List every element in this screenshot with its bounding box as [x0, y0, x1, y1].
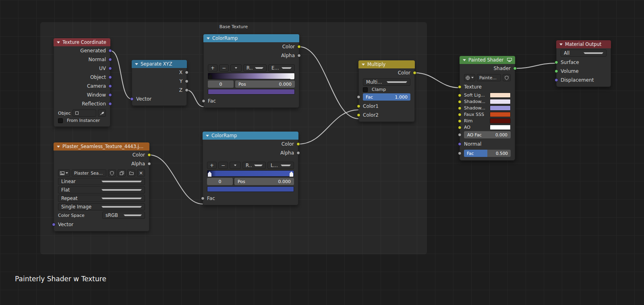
node-separate-xyz[interactable]: Separate XYZ X Y Z Vector: [132, 60, 187, 106]
stop-position-field[interactable]: Pos0.000: [235, 80, 295, 88]
stop-color-swatch[interactable]: [208, 89, 295, 95]
socket-normal-in[interactable]: [458, 142, 462, 146]
node-colorramp-top[interactable]: ColorRamp Color Alpha + − RGB Ease 0 Pos…: [203, 34, 299, 108]
ramp-options-button[interactable]: [230, 162, 241, 169]
collapse-icon[interactable]: [57, 146, 60, 148]
collapse-icon[interactable]: [57, 41, 60, 43]
image-name-field[interactable]: Plaster_Seamle..: [72, 169, 106, 177]
collapse-icon[interactable]: [207, 37, 210, 39]
rim-color-swatch[interactable]: [490, 118, 511, 124]
socket-shadow1-in[interactable]: [458, 100, 462, 103]
socket-object[interactable]: [108, 76, 112, 79]
node-header[interactable]: Separate XYZ: [132, 60, 187, 68]
collapse-icon[interactable]: [206, 135, 209, 137]
duplicate-image-button[interactable]: [118, 169, 126, 177]
image-browse-button[interactable]: [58, 169, 70, 177]
extension-dropdown[interactable]: Repeat: [58, 195, 145, 202]
node-header[interactable]: Texture Coordinate: [54, 38, 110, 46]
color-ramp-gradient[interactable]: [207, 170, 294, 177]
socket-shader-out[interactable]: [513, 67, 517, 70]
socket-surface-in[interactable]: [555, 61, 558, 64]
node-header[interactable]: Material Output: [556, 40, 611, 48]
collapse-icon[interactable]: [362, 64, 365, 66]
open-image-button[interactable]: [127, 169, 135, 177]
ao-color-swatch[interactable]: [490, 125, 511, 130]
node-header[interactable]: Multiply: [358, 60, 415, 68]
add-stop-button[interactable]: +: [208, 64, 217, 72]
collapse-icon[interactable]: [135, 63, 138, 65]
socket-y[interactable]: [185, 80, 188, 83]
fake-user-button[interactable]: [108, 169, 116, 177]
node-image-texture[interactable]: Plaster_Seamless_Texture_4443.jpg... Col…: [54, 142, 149, 231]
ramp-stop-handle-left[interactable]: [208, 171, 211, 177]
target-dropdown[interactable]: All: [561, 49, 607, 57]
stop-position-field[interactable]: Pos0.000: [234, 178, 294, 185]
socket-color2-in[interactable]: [357, 113, 360, 117]
socket-color1-in[interactable]: [357, 105, 360, 108]
socket-rim-in[interactable]: [458, 119, 462, 123]
socket-alpha-out[interactable]: [297, 54, 301, 58]
color-mode-dropdown[interactable]: RGB: [243, 64, 267, 72]
socket-window[interactable]: [108, 93, 112, 97]
group-browse-button[interactable]: [464, 74, 475, 81]
socket-shadow2-in[interactable]: [458, 106, 462, 110]
clamp-checkbox[interactable]: [363, 87, 368, 92]
faux-sss-color-swatch[interactable]: [490, 112, 511, 117]
color-mode-dropdown[interactable]: RGB: [242, 162, 266, 169]
source-dropdown[interactable]: Single Image: [58, 203, 145, 210]
node-header[interactable]: ColorRamp: [203, 132, 298, 140]
stop-index-field[interactable]: 0: [207, 178, 233, 185]
node-texture-coordinate[interactable]: Texture Coordinate Generated Normal UV O…: [54, 38, 110, 127]
node-material-output[interactable]: Material Output All Surface Volume Displ…: [556, 40, 611, 87]
socket-camera[interactable]: [108, 84, 112, 88]
socket-reflection[interactable]: [108, 102, 112, 106]
stop-index-field[interactable]: 0: [208, 80, 234, 88]
interpolation-dropdown[interactable]: Linear: [58, 178, 145, 185]
socket-volume-in[interactable]: [555, 70, 558, 73]
socket-soft-light-in[interactable]: [458, 93, 462, 97]
interpolation-dropdown[interactable]: Linear: [267, 162, 294, 169]
node-header[interactable]: Painted Shader: [460, 56, 515, 64]
socket-texture-in[interactable]: [458, 85, 462, 89]
node-header[interactable]: ColorRamp: [203, 34, 299, 42]
socket-displacement-in[interactable]: [555, 78, 558, 82]
socket-alpha-out[interactable]: [147, 162, 151, 166]
color-space-dropdown[interactable]: sRGB: [102, 212, 145, 219]
blend-mode-dropdown[interactable]: Multiply: [363, 78, 410, 86]
socket-color-out[interactable]: [413, 71, 416, 75]
socket-z[interactable]: [185, 89, 188, 92]
collapse-icon[interactable]: [559, 43, 563, 45]
socket-fac-in[interactable]: [202, 99, 205, 103]
ramp-options-button[interactable]: [230, 64, 242, 72]
ramp-stop-handle-left[interactable]: [209, 74, 212, 79]
socket-ao-fac-in[interactable]: [458, 133, 462, 137]
socket-generated[interactable]: [108, 49, 112, 53]
projection-dropdown[interactable]: Flat: [58, 186, 145, 194]
socket-fac-in[interactable]: [357, 95, 360, 99]
node-multiply[interactable]: Multiply Color Multiply Clamp Fac1.000 C…: [358, 60, 415, 122]
socket-color-out[interactable]: [147, 153, 151, 157]
socket-color-out[interactable]: [296, 142, 300, 146]
socket-faux-sss-in[interactable]: [458, 113, 462, 116]
stop-color-swatch[interactable]: [207, 186, 294, 192]
object-field[interactable]: [72, 109, 96, 117]
socket-vector-in[interactable]: [130, 97, 134, 101]
collapse-icon[interactable]: [463, 59, 466, 61]
socket-normal[interactable]: [108, 58, 112, 62]
unlink-image-button[interactable]: ×: [137, 169, 145, 177]
from-instancer-checkbox[interactable]: [58, 118, 63, 123]
socket-alpha-out[interactable]: [296, 151, 300, 155]
eyedropper-button[interactable]: [98, 109, 106, 117]
socket-vector-in[interactable]: [52, 223, 56, 227]
soft-light-color-swatch[interactable]: [490, 93, 511, 98]
color-ramp-gradient[interactable]: [208, 73, 295, 79]
ramp-stop-handle-right[interactable]: [290, 171, 293, 177]
socket-ao-in[interactable]: [458, 126, 462, 129]
remove-stop-button[interactable]: −: [218, 162, 228, 169]
socket-x[interactable]: [185, 71, 188, 74]
add-stop-button[interactable]: +: [207, 162, 217, 169]
fake-user-button[interactable]: [503, 74, 511, 81]
socket-color-out[interactable]: [297, 45, 301, 49]
remove-stop-button[interactable]: −: [219, 64, 229, 72]
fac-slider[interactable]: Fac0.500: [464, 150, 511, 157]
